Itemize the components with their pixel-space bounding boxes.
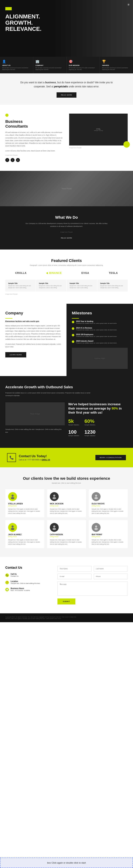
accelerate-highlight: We've helped businesses increase their r… — [68, 402, 128, 415]
last-name-field[interactable] — [94, 566, 128, 571]
social-icons-row: f t in — [5, 158, 64, 162]
contact-cta-left: 📞 Contact Us Today! Call us at: +777 500… — [7, 453, 50, 462]
milestone-1-text: Praesent nisi sodales lacus ut. Lorem ip… — [76, 322, 117, 324]
milestone-4-content: 2020 Industry Award Praesent nisi sodale… — [76, 340, 117, 344]
testimonial-5-text: Sample text. Click again or double click… — [50, 539, 83, 545]
testimonial-3: OLGA YAKOVS writing House Sample text. C… — [89, 489, 128, 517]
card-about[interactable]: 👤 ABOUT US Elit sed diam nonummy et id a… — [0, 57, 33, 73]
milestone-3-content: 2018 100 Employees Praesent nisi sodales… — [76, 334, 117, 338]
milestone-2-text: Praesent nisi sodales lacus ut. Lorem ip… — [76, 329, 117, 331]
card-mission[interactable]: 🎯 OUR MISSION Elit sed diam nonummy et i… — [67, 57, 100, 73]
stat-5k-number: 5k — [68, 418, 79, 424]
stat-60pct: 60% Sample Statistics — [84, 418, 95, 426]
what-we-do-button[interactable]: READ MORE — [57, 235, 76, 241]
milestones-column: Milestones 2010 Year in funding Praesent… — [66, 304, 133, 376]
testimonial-4-text: Sample text. Click again or double click… — [8, 539, 41, 545]
svg-point-9 — [52, 528, 56, 530]
facebook-icon[interactable]: f — [5, 158, 9, 162]
hero-title-line3: Relevance. — [5, 26, 128, 32]
card-awards[interactable]: 🏆 AWARDS Elit sed diam nonummy et id ame… — [100, 57, 133, 73]
hero-navigation[interactable]: ≡ — [128, 3, 129, 6]
phone-icon: 📞 — [7, 453, 16, 462]
svg-point-2 — [53, 495, 55, 497]
milestone-1: 2010 Year in funding Praesent nisi sodal… — [72, 320, 128, 324]
company-divider — [5, 318, 12, 319]
testimonial-2-role: writing House — [50, 505, 83, 507]
phone-field[interactable] — [94, 574, 128, 579]
client-item-4-text: Sample text. Click to start editing this… — [100, 285, 125, 289]
company-text1: Massa volutpat purus scis hendrerit libe… — [5, 324, 61, 341]
company-learn-more-button[interactable]: LEARN MORE — [5, 352, 26, 358]
milestone-3: 2018 100 Employees Praesent nisi sodales… — [72, 334, 128, 338]
contact-email-link[interactable]: EMAIL US — [42, 459, 50, 461]
contact-call-value: Contact Us — [11, 575, 19, 578]
testimonial-1-name: STELLA LARSEN — [8, 503, 41, 505]
milestones-building-image: Building Image — [72, 348, 128, 369]
svg-point-11 — [94, 528, 98, 530]
twitter-icon[interactable]: t — [11, 158, 15, 162]
client-logo-binance: ◆ BINANCE — [46, 272, 62, 274]
contact-hours-item: 🕐 Business Hours Mon - Fri 9:00AM - 6:00… — [5, 587, 52, 592]
stat-100-label: Sample Statistics — [68, 435, 79, 436]
footer: Copyright 2022. All rights reserved. You… — [0, 613, 133, 622]
accelerate-right: We've helped businesses increase their r… — [68, 402, 128, 439]
awards-title: AWARDS — [102, 64, 131, 66]
form-name-row — [57, 566, 128, 571]
intro-bold: business — [45, 81, 56, 84]
team-photo-label: Team Photo — [61, 187, 72, 190]
contact-info-title: Contact Us — [5, 566, 52, 569]
awards-text: Elit sed diam nonummy et id amet consect… — [102, 67, 131, 70]
featured-clients-subtext: Paragraph: Lorem ipsum dolor sit amet, c… — [22, 265, 111, 266]
testimonial-2: NICK JACKSON writing House Sample text. … — [47, 489, 86, 517]
email-field[interactable] — [57, 574, 91, 579]
mockup-credit: Image from Freepik — [69, 147, 128, 149]
hero-title-line1: Alignment. — [5, 13, 128, 20]
testimonial-4-avatar — [8, 523, 17, 532]
consultants-section: BusinessConsultants Elit sed vulputate m… — [0, 105, 133, 171]
consultation-button[interactable]: BOOK A CONSULTATION — [96, 455, 126, 460]
hero-section: Alignment. Growth. Relevance. ≡ — [0, 0, 133, 57]
clients-logos-row: CROLLA ◆ BINANCE EVGA TESLA — [5, 272, 128, 274]
company-subheading: Elementum facilisis sed odio morbi quis — [5, 320, 61, 322]
contact-info-panel: Contact Us 📞 Call Us Contact Us 📍 Locati… — [5, 566, 52, 604]
footer-copyright-2: element, then click again or double clic… — [5, 618, 76, 619]
accelerate-image: Team Image — [5, 402, 65, 425]
first-name-field[interactable] — [57, 566, 91, 571]
accelerate-left: Team Image Sample text. Click to start e… — [5, 402, 65, 439]
intro-section: Do you want to start a business, but do … — [0, 73, 133, 105]
testimonial-5-role: writing House — [50, 536, 83, 537]
stat-5k: 5k Sample Statistics — [68, 418, 79, 426]
stat-60pct-number: 60% — [84, 418, 95, 424]
consultants-text1: Elit sed vulputate mi sit amet, orci, vu… — [5, 131, 64, 148]
card-company[interactable]: 🏢 COMPANY Elit sed diam nonummy et id am… — [33, 57, 67, 73]
stat-60pct-label: Sample Statistics — [84, 424, 95, 426]
about-icon: 👤 — [2, 60, 31, 63]
linkedin-icon[interactable]: in — [16, 158, 20, 162]
team-photo: Team Photo — [0, 171, 133, 206]
clients-image-credit: Image from Freepik — [5, 293, 128, 295]
read-more-button[interactable]: READ MORE — [57, 92, 76, 98]
testimonial-2-text: Sample text. Click again or double click… — [50, 508, 83, 515]
hamburger-icon[interactable]: ≡ — [128, 3, 129, 6]
client-item-3-text: Sample text. Click to start editing this… — [70, 285, 94, 289]
accelerate-subtext: Praesent nisi sodales lacus ut. Lorem ip… — [5, 392, 94, 397]
svg-point-0 — [11, 495, 14, 497]
submit-button[interactable]: SUBMIT — [57, 598, 75, 604]
footer-text: Copyright 2022. All rights reserved. You… — [5, 616, 76, 619]
contact-phone-label: Call us at: +777 500 0000 or — [19, 459, 41, 461]
testimonial-1-avatar — [8, 492, 17, 501]
yellow-circle-decoration — [124, 141, 130, 148]
contact-hours-content: Business Hours Mon - Fri 9:00AM - 6:00PM — [11, 587, 30, 592]
hero-title-line2: Growth. — [5, 20, 128, 26]
hero-title: Alignment. Growth. Relevance. — [5, 13, 128, 32]
mission-text: Elit sed diam nonummy et id amet consect… — [69, 67, 98, 70]
stat-100: 100 Sample Statistics — [68, 429, 79, 436]
testimonial-1-text: Sample text. Click again or double click… — [8, 508, 41, 515]
testimonial-6-role: writing House — [92, 536, 125, 537]
contact-call-item: 📞 Call Us Contact Us — [5, 573, 52, 578]
client-item-1-text: Sample text. Click to start editing this… — [8, 285, 33, 289]
svg-point-4 — [95, 495, 97, 497]
message-field[interactable] — [57, 582, 128, 596]
accelerate-heading: Accelerate Growth with Outbound Sales — [5, 385, 128, 389]
company-heading: Company — [5, 311, 61, 315]
